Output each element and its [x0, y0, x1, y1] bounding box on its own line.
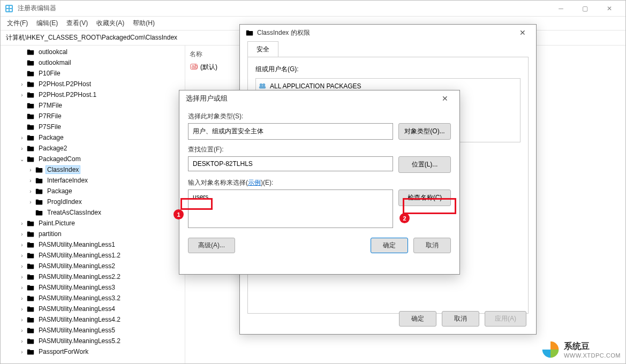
- address-text: 计算机\HKEY_CLASSES_ROOT\PackagedCom\ClassI…: [6, 33, 177, 42]
- folder-icon: [35, 166, 43, 173]
- close-button[interactable]: ✕: [597, 1, 621, 16]
- select-cancel-button[interactable]: 取消: [413, 238, 451, 253]
- folder-icon: [26, 91, 35, 98]
- expander-icon[interactable]: ›: [18, 146, 26, 151]
- tree-item[interactable]: ›PASMUtility.MeaningLess2: [1, 261, 185, 271]
- select-close-button[interactable]: ✕: [437, 94, 453, 103]
- tree-item[interactable]: ›Package: [1, 186, 185, 196]
- titlebar: 注册表编辑器 ─ ▢ ✕: [1, 1, 625, 17]
- select-user-dialog: 选择用户或组 ✕ 选择此对象类型(S): 用户、组或内置安全主体 对象类型(O)…: [179, 90, 460, 275]
- check-names-button[interactable]: 检查名称(C): [398, 189, 451, 206]
- tree-item[interactable]: ›outlookcal: [1, 47, 185, 57]
- expander-icon[interactable]: ›: [18, 317, 26, 323]
- examples-link[interactable]: 示例: [248, 179, 261, 186]
- tree-item[interactable]: ›PASMUtility.MeaningLess1: [1, 239, 185, 250]
- menu-file[interactable]: 文件(F): [4, 18, 31, 29]
- tree-item[interactable]: ›ProgIdIndex: [1, 196, 185, 207]
- object-types-button[interactable]: 对象类型(O)...: [398, 123, 451, 140]
- menu-edit[interactable]: 编辑(E): [33, 18, 61, 29]
- tree-item-label: P7SFile: [37, 123, 63, 131]
- tree-item[interactable]: ⌄PackagedCom: [1, 154, 185, 164]
- menu-view[interactable]: 查看(V): [63, 18, 91, 29]
- expander-icon[interactable]: ›: [26, 199, 35, 205]
- tree-item-label: outlookmail: [37, 59, 73, 66]
- tree-item[interactable]: ›P7MFile: [1, 100, 185, 111]
- tree-item[interactable]: ›P7SFile: [1, 122, 185, 132]
- expander-icon[interactable]: ›: [18, 295, 26, 301]
- tree-item[interactable]: ›ClassIndex: [1, 164, 185, 175]
- select-ok-button[interactable]: 确定: [371, 238, 408, 253]
- folder-icon: [26, 348, 35, 355]
- advanced-button[interactable]: 高级(A)...: [188, 238, 235, 253]
- expander-icon[interactable]: ›: [18, 274, 26, 280]
- folder-icon: [35, 209, 43, 216]
- expander-icon[interactable]: ›: [18, 242, 26, 248]
- expander-icon[interactable]: ›: [26, 188, 35, 194]
- folder-icon: [26, 305, 35, 313]
- menu-favorites[interactable]: 收藏夹(A): [93, 18, 127, 29]
- expander-icon[interactable]: ›: [18, 306, 26, 312]
- tree-item[interactable]: ›PASMUtility.MeaningLess1.2: [1, 250, 185, 261]
- expander-icon[interactable]: ›: [26, 167, 35, 173]
- tree-item[interactable]: ›P7RFile: [1, 111, 185, 122]
- tree-item[interactable]: ›P2PHost.P2PHost: [1, 79, 185, 89]
- folder-icon: [26, 252, 35, 259]
- expander-icon[interactable]: ›: [18, 328, 26, 333]
- folder-icon: [26, 112, 35, 120]
- expander-icon[interactable]: ›: [18, 263, 26, 269]
- expander-icon[interactable]: ›: [18, 349, 26, 355]
- tab-security[interactable]: 安全: [247, 41, 278, 57]
- tree-panel[interactable]: ›outlookcal›outlookmail›P10File›P2PHost.…: [1, 46, 185, 363]
- tree-item[interactable]: ›PASMUtility.MeaningLess5.2: [1, 336, 185, 346]
- expander-icon[interactable]: ›: [18, 92, 26, 98]
- watermark-url: WWW.XTDPC.COM: [564, 352, 621, 359]
- tree-item[interactable]: ›outlookmail: [1, 57, 185, 68]
- tree-item[interactable]: ›P2PHost.P2PHost.1: [1, 89, 185, 100]
- expander-icon[interactable]: ›: [18, 81, 26, 87]
- tree-item[interactable]: ›InterfaceIndex: [1, 175, 185, 186]
- select-title: 选择用户或组: [186, 94, 437, 103]
- tree-item[interactable]: ›partition: [1, 229, 185, 239]
- tree-item-label: PASMUtility.MeaningLess5.2: [37, 337, 122, 345]
- maximize-button[interactable]: ▢: [573, 1, 597, 16]
- expander-icon[interactable]: ›: [26, 178, 35, 184]
- expander-icon[interactable]: ›: [18, 253, 26, 259]
- tree-item-label: Package: [37, 134, 65, 141]
- menu-help[interactable]: 帮助(H): [130, 18, 158, 29]
- expander-icon[interactable]: ›: [18, 338, 26, 344]
- tree-item[interactable]: ›PASMUtility.MeaningLess4: [1, 304, 185, 314]
- groups-label: 组或用户名(G):: [255, 65, 521, 74]
- tree-item-label: P2PHost.P2PHost: [37, 80, 93, 88]
- tree-item[interactable]: ›PassportForWork: [1, 346, 185, 357]
- perm-close-button[interactable]: ✕: [515, 28, 531, 37]
- tree-item[interactable]: ›PASMUtility.MeaningLess2.2: [1, 271, 185, 282]
- tree-item[interactable]: ›Paint.Picture: [1, 218, 185, 229]
- expander-icon[interactable]: ›: [18, 231, 26, 237]
- tree-item[interactable]: ›Package: [1, 132, 185, 143]
- tree-item[interactable]: ›PASMUtility.MeaningLess3.2: [1, 293, 185, 304]
- folder-icon: [26, 80, 35, 88]
- tree-item-label: P7RFile: [37, 112, 63, 120]
- folder-icon: [26, 327, 35, 334]
- tree-item[interactable]: ›PASMUtility.MeaningLess5: [1, 325, 185, 336]
- expander-icon[interactable]: ›: [18, 221, 26, 226]
- tree-item[interactable]: ›Package2: [1, 143, 185, 154]
- expander-icon[interactable]: ›: [18, 135, 26, 141]
- object-names-input[interactable]: users: [188, 189, 393, 228]
- expander-icon[interactable]: ›: [18, 285, 26, 291]
- tree-item[interactable]: ›P10File: [1, 68, 185, 79]
- tree-item[interactable]: ›PASMUtility.MeaningLess4.2: [1, 314, 185, 325]
- select-titlebar: 选择用户或组 ✕: [179, 90, 459, 107]
- perm-ok-button[interactable]: 确定: [399, 311, 436, 327]
- tree-item-label: outlookcal: [37, 48, 69, 56]
- tree-item[interactable]: ›PASMUtility.MeaningLess3: [1, 282, 185, 293]
- perm-apply-button[interactable]: 应用(A): [485, 311, 526, 327]
- object-names-label: 输入对象名称来选择(示例)(E):: [188, 178, 451, 187]
- perm-cancel-button[interactable]: 取消: [442, 311, 479, 327]
- tree-item-label: Paint.Picture: [37, 219, 77, 227]
- minimize-button[interactable]: ─: [549, 1, 573, 16]
- expander-icon[interactable]: ⌄: [18, 156, 26, 162]
- object-type-label: 选择此对象类型(S):: [188, 112, 451, 121]
- tree-item[interactable]: ›TreatAsClassIndex: [1, 207, 185, 218]
- locations-button[interactable]: 位置(L)...: [398, 156, 451, 173]
